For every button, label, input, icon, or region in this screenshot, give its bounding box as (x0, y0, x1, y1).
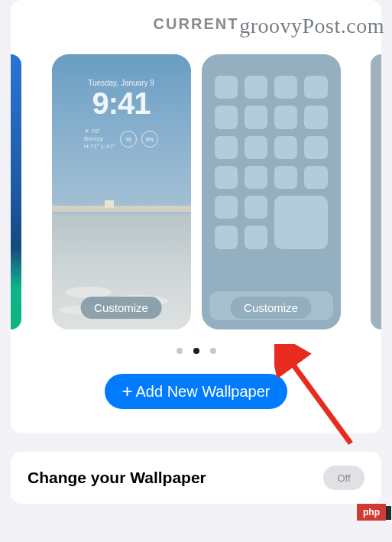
app-icon (304, 136, 327, 159)
app-icon (215, 196, 238, 219)
activity-ring-2: 0% (141, 131, 158, 148)
next-wallpaper-edge[interactable] (371, 54, 381, 329)
change-wallpaper-title: Change your Wallpaper (28, 469, 206, 487)
app-icon (274, 136, 297, 159)
home-widget (274, 196, 328, 249)
page-dot-active[interactable] (193, 348, 199, 354)
php-badge: php (357, 504, 386, 521)
add-new-wallpaper-button[interactable]: + Add New Wallpaper (105, 374, 287, 409)
app-icon (245, 226, 267, 248)
lock-screen-widgets: ☀ 70° Breezy H:71° L:47° 70 0% (52, 128, 191, 151)
prev-wallpaper-edge[interactable] (11, 54, 21, 329)
app-icon (215, 76, 238, 99)
annotation-arrow-icon (274, 344, 358, 451)
plus-icon: + (121, 382, 132, 401)
lock-screen-preview[interactable]: Tuesday, January 9 9:41 ☀ 70° Breezy H:7… (52, 54, 191, 329)
toggle-off-indicator: Off (323, 466, 364, 490)
app-icon (245, 105, 267, 128)
watermark-text: groovyPost.com (239, 14, 384, 38)
wallpaper-settings-card: CURRENT Tuesday, January 9 9:41 ☀ 70° Br… (11, 0, 381, 433)
weather-widget: ☀ 70° Breezy H:71° L:47° (84, 128, 115, 151)
house-graphic (105, 200, 114, 208)
lock-screen-time: 9:41 (52, 86, 191, 121)
app-icon (245, 166, 267, 189)
app-icon (215, 105, 238, 128)
customize-home-screen-button[interactable]: Customize (230, 297, 312, 319)
page-dot[interactable] (177, 348, 183, 354)
page-indicator (21, 348, 371, 354)
svg-line-1 (288, 358, 351, 443)
page-dot[interactable] (210, 348, 216, 354)
activity-ring-1: 70 (120, 131, 137, 148)
add-button-label: Add New Wallpaper (136, 383, 271, 401)
horizon-line (52, 206, 191, 212)
app-icon (245, 196, 267, 219)
app-icon (304, 166, 327, 189)
app-icon (274, 105, 297, 128)
app-icon (245, 136, 267, 159)
home-screen-app-grid (215, 76, 328, 249)
app-icon (215, 136, 238, 159)
wallpaper-previews-row: Tuesday, January 9 9:41 ☀ 70° Breezy H:7… (21, 54, 371, 329)
app-icon (304, 105, 327, 128)
app-icon (304, 76, 327, 99)
customize-lock-screen-button[interactable]: Customize (80, 297, 162, 319)
app-icon (215, 226, 238, 248)
app-icon (274, 166, 297, 189)
app-icon (245, 76, 267, 99)
app-icon (274, 76, 297, 99)
home-screen-preview[interactable]: Customize (202, 54, 341, 329)
app-icon (215, 166, 238, 189)
change-wallpaper-card[interactable]: Change your Wallpaper Off (11, 452, 381, 504)
